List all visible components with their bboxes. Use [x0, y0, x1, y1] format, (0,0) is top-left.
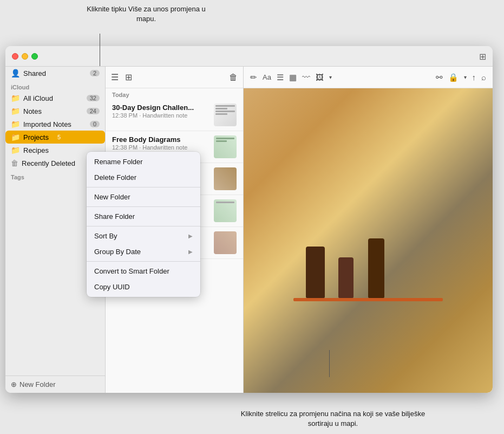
annotation-top: Kliknite tipku Više za unos promjena u m…: [87, 4, 206, 24]
menu-item-sort-by[interactable]: Sort By ▶: [87, 228, 200, 244]
menu-item-group-by-date[interactable]: Group By Date ▶: [87, 244, 200, 260]
note-info-1: 30-Day Design Challen... 12:38 PM · Hand…: [112, 103, 210, 119]
thumb-line: [215, 111, 235, 112]
callout-line-bottom: [329, 350, 330, 377]
chevron-down-icon[interactable]: ▾: [329, 74, 332, 80]
bottle-1: [306, 247, 325, 298]
main-content: 👤 Shared 2 iCloud 📁 All iCloud 32 📁 Note…: [5, 67, 493, 393]
projects-badge: 5: [54, 134, 64, 140]
bottle-neck-3: [374, 238, 379, 247]
lock-chevron-icon[interactable]: ▾: [464, 74, 467, 80]
titlebar: ⊞: [5, 46, 493, 67]
thumb-line-short: [215, 108, 227, 109]
new-folder-plus-icon: ⊕: [11, 380, 17, 388]
traffic-lights: [12, 53, 38, 60]
note-thumbnail-4: [214, 199, 237, 222]
thumb-img-1: [214, 135, 237, 158]
audio-icon[interactable]: 〰: [302, 73, 310, 82]
new-folder-button[interactable]: ⊕ New Folder: [11, 380, 100, 388]
all-icloud-label: All iCloud: [23, 94, 53, 102]
notes-label: Notes: [23, 107, 42, 115]
fullscreen-button[interactable]: [31, 53, 38, 60]
bottle-neck-1: [313, 247, 318, 255]
grid-view-icon[interactable]: ⊞: [125, 72, 132, 82]
new-folder-label: New Folder: [19, 380, 55, 388]
recipes-icon: 📁: [11, 146, 20, 154]
minimize-button[interactable]: [22, 53, 28, 60]
thumb-img-5: [214, 231, 237, 254]
note-info-2: Free Body Diagrams 12:38 PM · Handwritte…: [112, 135, 210, 151]
sidebar-item-notes[interactable]: 📁 Notes 24: [5, 105, 105, 118]
note-item-1[interactable]: 30-Day Design Challen... 12:38 PM · Hand…: [106, 99, 243, 131]
menu-separator-2: [87, 206, 200, 207]
note-title-1: 30-Day Design Challen...: [112, 103, 210, 112]
compose-icon[interactable]: ✏: [250, 73, 257, 82]
delete-note-icon[interactable]: 🗑: [229, 73, 238, 82]
table-icon[interactable]: ▦: [289, 73, 297, 82]
menu-separator-1: [87, 187, 200, 187]
imported-notes-label: Imported Notes: [23, 120, 71, 128]
recently-deleted-label: Recently Deleted: [22, 159, 75, 167]
thumb-line: [216, 202, 234, 203]
sidebar-item-all-icloud[interactable]: 📁 All iCloud 32: [5, 92, 105, 105]
toolbar-right: 🗑: [229, 73, 238, 82]
section-today-label: Today: [106, 88, 243, 99]
menu-item-new-folder[interactable]: New Folder: [87, 189, 200, 205]
annotation-bottom: Kliknite strelicu za promjenu načina na …: [238, 409, 428, 429]
sidebar-item-projects[interactable]: 📁 Projects 5: [5, 131, 105, 144]
bottle-neck-2: [343, 257, 349, 265]
font-icon[interactable]: Aa: [263, 73, 271, 81]
note-subtitle-1: 12:38 PM · Handwritten note: [112, 112, 210, 119]
note-thumbnail-2: [214, 135, 237, 158]
lock-icon[interactable]: 🔒: [448, 73, 459, 82]
notes-badge: 24: [87, 108, 100, 114]
menu-item-share-folder[interactable]: Share Folder: [87, 209, 200, 224]
sidebar-toggle-icon[interactable]: ⊞: [479, 51, 486, 61]
thumb-diagram-line: [216, 138, 234, 139]
note-subtitle-2: 12:38 PM · Handwritten note: [112, 144, 210, 151]
thumb-content-1: [214, 103, 237, 126]
checklist-icon[interactable]: ☰: [277, 73, 284, 82]
editor-image: [244, 88, 493, 393]
sidebar-shared-label: Shared: [23, 69, 46, 77]
all-icloud-badge: 32: [87, 95, 100, 101]
thumb-img-4: [214, 199, 237, 222]
search-icon[interactable]: ⌕: [481, 73, 486, 82]
menu-item-delete-folder[interactable]: Delete Folder: [87, 170, 200, 185]
attachment-icon[interactable]: 🖼: [316, 73, 324, 82]
notes-list-toolbar: ☰ ⊞ 🗑: [106, 67, 243, 88]
export-icon[interactable]: ↑: [472, 73, 476, 82]
thumb-diagram-line-short: [216, 140, 227, 142]
sidebar-item-imported-notes[interactable]: 📁 Imported Notes 0: [5, 118, 105, 131]
sidebar-bottom: ⊕ New Folder: [5, 375, 105, 393]
menu-separator-4: [87, 261, 200, 262]
note-thumbnail-3: [214, 167, 237, 190]
imported-notes-badge: 0: [90, 121, 100, 127]
context-menu: Rename Folder Delete Folder New Folder S…: [87, 152, 200, 297]
menu-separator-3: [87, 226, 200, 226]
list-view-icon[interactable]: ☰: [111, 72, 119, 82]
bottle-3: [368, 238, 384, 298]
editor-toolbar: ✏ Aa ☰ ▦ 〰 🖼 ▾ ⚯ 🔒 ▾ ↑ ⌕: [244, 67, 493, 88]
group-by-date-arrow-icon: ▶: [188, 249, 193, 255]
recipes-label: Recipes: [23, 146, 49, 154]
close-button[interactable]: [12, 53, 18, 60]
menu-item-rename-folder[interactable]: Rename Folder: [87, 154, 200, 170]
collaboration-icon[interactable]: ⚯: [436, 73, 443, 82]
shared-icon: 👤: [11, 69, 20, 77]
thumb-img-2: [214, 167, 237, 190]
projects-icon: 📁: [11, 133, 20, 141]
note-title-2: Free Body Diagrams: [112, 135, 210, 144]
callout-line-top: [100, 34, 100, 66]
thumb-line-short: [215, 113, 227, 115]
menu-item-convert-smart-folder[interactable]: Convert to Smart Folder: [87, 263, 200, 279]
note-thumbnail-1: [214, 103, 237, 126]
projects-label: Projects: [23, 133, 49, 141]
icloud-section-label: iCloud: [5, 80, 105, 92]
menu-item-copy-uuid[interactable]: Copy UUID: [87, 279, 200, 295]
app-window: ⊞ 👤 Shared 2 iCloud 📁 All iCloud 32 📁 No…: [5, 46, 493, 393]
imported-notes-icon: 📁: [11, 120, 20, 128]
shelf: [293, 298, 443, 301]
sidebar-item-shared[interactable]: 👤 Shared 2: [5, 67, 105, 80]
recently-deleted-icon: 🗑: [11, 159, 18, 167]
